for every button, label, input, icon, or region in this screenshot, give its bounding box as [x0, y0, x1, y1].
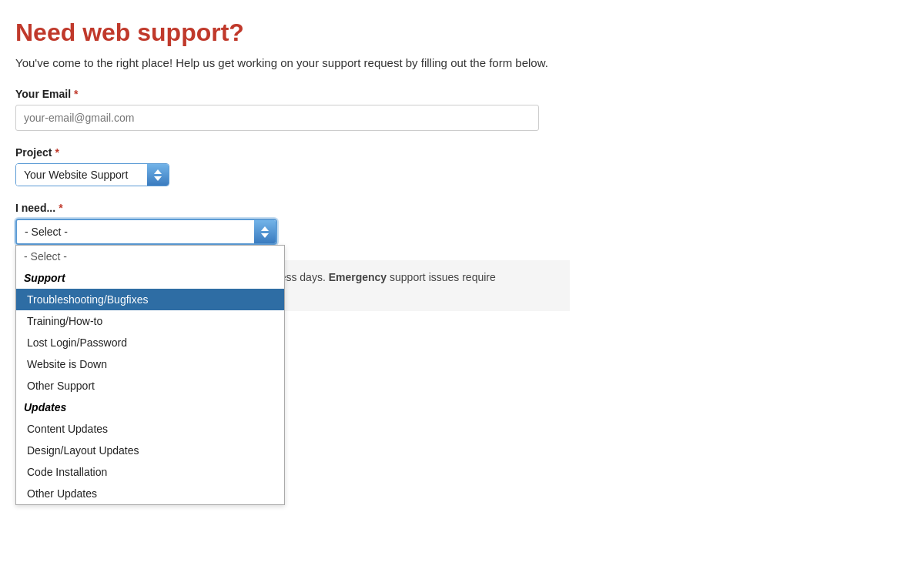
notice-bold: Emergency	[329, 271, 387, 283]
project-required-star: *	[55, 146, 59, 159]
email-input[interactable]	[15, 105, 539, 131]
project-select-arrow[interactable]	[147, 164, 169, 186]
project-label: Project *	[15, 146, 909, 159]
dropdown-item[interactable]: Other Updates	[16, 483, 284, 504]
dropdown-item[interactable]: Design/Layout Updates	[16, 440, 284, 461]
page-subtitle: You've come to the right place! Help us …	[15, 56, 909, 69]
ineed-arrow-down-icon	[261, 233, 269, 238]
dropdown-item[interactable]: - Select -	[16, 246, 284, 267]
dropdown-item[interactable]: Troubleshooting/Bugfixes	[16, 289, 284, 310]
arrow-down-icon	[154, 176, 162, 181]
project-select-wrapper[interactable]: Your Website Support	[15, 163, 169, 186]
ineed-select-display[interactable]: - Select -	[17, 220, 254, 243]
arrow-up-icon	[154, 169, 162, 174]
dropdown-item[interactable]: Code Installation	[16, 461, 284, 483]
ineed-dropdown-container: - Select - - Select -SupportTroubleshoot…	[15, 219, 277, 245]
dropdown-item[interactable]: Website is Down	[16, 353, 284, 375]
ineed-label: I need... *	[15, 202, 909, 214]
notice-text-suffix: support issues require	[387, 271, 496, 283]
ineed-select-button[interactable]: - Select -	[15, 219, 277, 245]
page-title: Need web support?	[15, 18, 909, 47]
dropdown-item[interactable]: Training/How-to	[16, 310, 284, 332]
email-label: Your Email *	[15, 88, 909, 100]
project-select-display[interactable]: Your Website Support	[16, 164, 147, 186]
dropdown-item[interactable]: Other Support	[16, 375, 284, 397]
ineed-select-arrow[interactable]	[254, 220, 276, 243]
email-required-star: *	[74, 88, 78, 100]
dropdown-item[interactable]: Content Updates	[16, 418, 284, 440]
ineed-field-group: I need... * - Select - - Select -Support…	[15, 202, 909, 245]
dropdown-item[interactable]: Lost Login/Password	[16, 332, 284, 353]
ineed-arrow-up-icon	[261, 226, 269, 231]
dropdown-group-header: Updates	[16, 397, 284, 418]
ineed-required-star: *	[59, 202, 62, 214]
project-field-group: Project * Your Website Support	[15, 146, 909, 186]
email-field-group: Your Email *	[15, 88, 909, 131]
ineed-dropdown-list: - Select -SupportTroubleshooting/Bugfixe…	[15, 245, 285, 505]
dropdown-group-header: Support	[16, 267, 284, 289]
